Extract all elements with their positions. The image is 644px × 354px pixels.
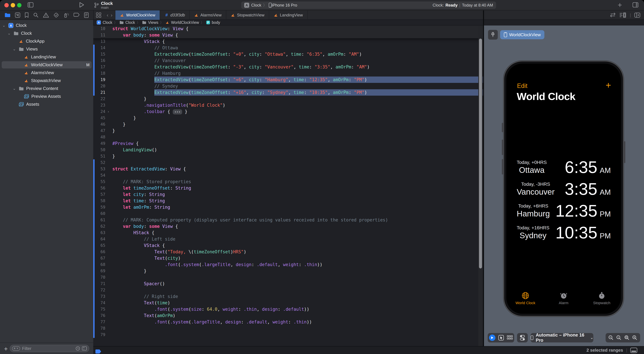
issue-navigator-icon[interactable]	[43, 13, 49, 18]
phone-tab-alarm[interactable]: Alarm	[544, 292, 583, 305]
code-line-74[interactable]: 74 Text(time)	[93, 300, 483, 306]
line-number[interactable]: 68	[94, 261, 107, 268]
line-number[interactable]: 18	[94, 70, 107, 77]
line-number[interactable]: 59	[94, 204, 107, 210]
fold-ribbon[interactable]: ›	[107, 108, 112, 115]
code-line-45[interactable]: 45 }	[93, 115, 483, 121]
preview-device-picker[interactable]: Automatic – iPhone 16 Pro ⌄	[531, 333, 593, 342]
fold-ribbon[interactable]	[107, 274, 112, 280]
sidebar-item-clock[interactable]: ⌄AClock	[0, 22, 93, 29]
device-settings-button[interactable]	[520, 335, 526, 340]
fold-ribbon[interactable]	[107, 223, 112, 229]
line-number[interactable]: 48	[94, 134, 107, 140]
fold-ribbon[interactable]	[107, 268, 112, 274]
line-number[interactable]: 10	[94, 26, 107, 32]
sidebar-item-preview-assets[interactable]: Preview Assets	[0, 93, 93, 100]
breadcrumb-item-Clock[interactable]: AClock	[96, 20, 112, 25]
tab-overview-icon[interactable]	[96, 13, 101, 18]
code-line-23[interactable]: 23 .navigationTitle("World Clock")	[93, 102, 483, 108]
run-button[interactable]	[79, 2, 84, 8]
add-clock-button[interactable]: +	[606, 80, 611, 91]
live-preview-button[interactable]	[489, 334, 496, 341]
fold-ribbon[interactable]	[107, 280, 112, 287]
sidebar-item-clock[interactable]: ⌄Clock	[0, 29, 93, 37]
zoom-100-button[interactable]: 1	[616, 335, 622, 340]
line-number[interactable]: 17	[94, 64, 107, 70]
sidebar-item-alarmsview[interactable]: AlarmsView	[0, 69, 93, 77]
code-line-79[interactable]: 79	[93, 331, 483, 338]
code-line-75[interactable]: 75 .font(.system(size: 64.0, weight: .th…	[93, 306, 483, 312]
code-line-50[interactable]: 50 LandingView()	[93, 147, 483, 153]
code-line-66[interactable]: 66 Text("Today, \(timeZoneOffset)HRS")	[93, 249, 483, 255]
selectable-mode-button[interactable]	[498, 335, 504, 340]
breadcrumb-item-Views[interactable]: Views	[142, 20, 158, 25]
fold-ribbon[interactable]	[107, 128, 112, 134]
line-number[interactable]: 58	[94, 198, 107, 204]
breakpoint-indicator[interactable]	[96, 349, 101, 353]
line-number[interactable]: 61	[94, 217, 107, 223]
editor-tab-StopwatchView[interactable]: StopwatchView	[226, 11, 269, 20]
code-line-22[interactable]: 22 }	[93, 96, 483, 102]
fold-ribbon[interactable]	[107, 255, 112, 261]
line-number[interactable]: 13	[94, 38, 107, 45]
scrollbar-thumb[interactable]	[479, 39, 482, 268]
line-number[interactable]: 53	[94, 166, 107, 172]
minimap-options-icon[interactable]	[619, 13, 626, 18]
code-line-57[interactable]: 57 let city: String	[93, 191, 483, 198]
pin-preview-button[interactable]	[488, 30, 498, 40]
line-number[interactable]: 50	[94, 147, 107, 153]
code-line-62[interactable]: 62 var body: some View {	[93, 223, 483, 229]
code-line-24[interactable]: 24› .toolbar { ••• }	[93, 108, 483, 115]
code-line-14[interactable]: 14 // Ottawa	[93, 45, 483, 51]
breadcrumb-item-Clock[interactable]: Clock	[119, 20, 135, 25]
code-line-17[interactable]: 17 ExtractedView(timeZoneOffset: "-3", c…	[93, 64, 483, 70]
fold-ribbon[interactable]	[107, 306, 112, 312]
line-number[interactable]: 24	[94, 108, 107, 115]
go-forward-icon[interactable]: ›	[111, 12, 112, 18]
fold-ribbon[interactable]	[107, 198, 112, 204]
code-line-19[interactable]: 19 ExtractedView(timeZoneOffset: "+6", c…	[93, 77, 483, 83]
editor-tab-d33f3db[interactable]: #d33f3db	[160, 11, 190, 20]
add-file-button[interactable]: +	[4, 345, 8, 352]
edit-button[interactable]: Edit	[517, 82, 528, 89]
editor-tab-LandingView[interactable]: LandingView	[269, 11, 308, 20]
code-line-59[interactable]: 59 let amOrPm: String	[93, 204, 483, 210]
source-editor[interactable]: 13 VStack {14 // Ottawa15 ExtractedView(…	[93, 26, 483, 346]
sidebar-item-landingview[interactable]: LandingView	[0, 53, 93, 61]
recent-files-filter-icon[interactable]	[76, 346, 80, 351]
line-number[interactable]: 49	[94, 140, 107, 147]
source-control-navigator-icon[interactable]	[15, 12, 20, 18]
fold-ribbon[interactable]	[107, 312, 112, 319]
line-number[interactable]: 46	[94, 121, 107, 128]
line-number[interactable]: 76	[94, 312, 107, 319]
editor-tab-WorldClockView[interactable]: WorldClockView	[115, 11, 160, 20]
code-line-21[interactable]: 21 ExtractedView(timeZoneOffset: "+16", …	[93, 89, 483, 96]
zoom-out-button[interactable]	[608, 335, 614, 340]
fold-ribbon[interactable]	[107, 293, 112, 300]
code-line-53[interactable]: 53struct ExtractedView: View {	[93, 166, 483, 172]
code-line-46[interactable]: 46 }	[93, 121, 483, 128]
iphone-screen[interactable]: Edit + World Clock Today, +0HRSOttawa6:3…	[506, 64, 621, 314]
line-number[interactable]: 70	[94, 274, 107, 280]
fold-ribbon[interactable]	[107, 134, 112, 140]
fold-ribbon[interactable]	[107, 70, 112, 77]
code-line-72[interactable]: 72	[93, 287, 483, 293]
fold-ribbon[interactable]	[107, 300, 112, 306]
code-line-55[interactable]: 55 // MARK: Stored properties	[93, 179, 483, 185]
line-number[interactable]: 57	[94, 191, 107, 198]
world-clock-row-hamburg[interactable]: Today, +6HRSHamburg12:35PM	[517, 200, 611, 222]
sidebar-item-preview-content[interactable]: ⌄Preview Content	[0, 85, 93, 93]
code-line-13[interactable]: 13 VStack {	[93, 38, 483, 45]
fold-ribbon[interactable]	[107, 204, 112, 210]
line-number[interactable]: 16	[94, 57, 107, 64]
code-line-63[interactable]: 63 HStack {	[93, 229, 483, 236]
line-number[interactable]: 47	[94, 128, 107, 134]
sidebar-item-clockapp[interactable]: ClockApp	[0, 37, 93, 45]
fold-ribbon[interactable]	[107, 325, 112, 331]
sidebar-item-views[interactable]: ⌄Views	[0, 45, 93, 53]
line-number[interactable]: 67	[94, 255, 107, 261]
test-navigator-icon[interactable]	[53, 12, 59, 18]
fold-ribbon[interactable]	[107, 172, 112, 179]
editor-scrollbar[interactable]	[478, 26, 483, 346]
fold-ribbon[interactable]	[107, 26, 112, 32]
